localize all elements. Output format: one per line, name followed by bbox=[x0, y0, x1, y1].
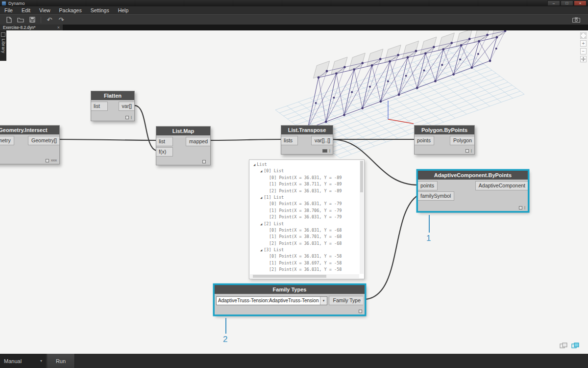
input-port-familysymbol[interactable]: familySymbol bbox=[418, 191, 454, 201]
preview-checkbox[interactable] bbox=[202, 160, 206, 163]
preview-checkbox[interactable] bbox=[466, 149, 469, 153]
watch-preview-bubble[interactable]: ◢List◢[0] List[0] Point(X = 36.031, Y = … bbox=[249, 159, 365, 279]
redo-icon: ↷ bbox=[59, 17, 64, 23]
wire[interactable] bbox=[135, 105, 156, 151]
input-port-geometry[interactable]: geometry bbox=[0, 136, 14, 145]
expander-icon[interactable]: ◢ bbox=[260, 222, 262, 226]
output-port-var[interactable]: var[] bbox=[119, 102, 134, 111]
output-port-adaptivecomponent[interactable]: AdaptiveComponent bbox=[475, 181, 528, 190]
expander-icon[interactable]: ◢ bbox=[260, 196, 262, 200]
node-title[interactable]: List.Transpose bbox=[281, 126, 333, 134]
preview-checkbox[interactable] bbox=[519, 206, 522, 210]
wire[interactable] bbox=[60, 139, 156, 140]
annotation-1-leader bbox=[429, 215, 430, 233]
family-type-dropdown[interactable]: AdaptiveTruss-Tension:AdaptiveTruss-Tens… bbox=[216, 296, 327, 305]
open-file-button[interactable] bbox=[15, 16, 26, 24]
menu-file[interactable]: File bbox=[0, 6, 17, 14]
menu-edit[interactable]: Edit bbox=[17, 6, 35, 14]
workspace-canvas[interactable]: ◢List◢[0] List[0] Point(X = 36.031, Y = … bbox=[0, 0, 588, 368]
node-flatten[interactable]: Flatten list var[] | bbox=[91, 91, 135, 121]
preview-checkbox[interactable] bbox=[125, 116, 129, 119]
expander-icon[interactable]: ◢ bbox=[260, 248, 262, 252]
menu-help[interactable]: Help bbox=[114, 6, 133, 14]
canvas-nav-controls: + − bbox=[580, 32, 587, 62]
zoom-out-button[interactable]: − bbox=[580, 48, 587, 54]
watch-row: [1] Point(X = 38.711, Y = -89 bbox=[250, 181, 359, 187]
lacing-indicator[interactable]: xxx bbox=[51, 158, 57, 162]
input-port-points[interactable]: points bbox=[415, 136, 434, 145]
new-file-button[interactable] bbox=[3, 16, 15, 24]
menu-settings[interactable]: Settings bbox=[86, 6, 114, 14]
zoom-in-button[interactable]: + bbox=[580, 40, 587, 47]
lacing-indicator[interactable]: | bbox=[329, 149, 330, 153]
tab-close-icon[interactable]: × bbox=[57, 25, 60, 30]
run-mode-select[interactable]: Manual ▾ bbox=[0, 354, 47, 368]
node-title[interactable]: Geometry.Intersect bbox=[0, 126, 59, 134]
input-port-list[interactable]: list bbox=[91, 102, 108, 111]
library-tab[interactable]: Library bbox=[0, 30, 6, 61]
tab-bar: Exercise-8.2.dyn* × bbox=[0, 25, 588, 30]
output-port-family-type[interactable]: Family Type bbox=[329, 296, 363, 305]
menu-view[interactable]: View bbox=[35, 6, 55, 14]
watch-horizontal-scrollbar[interactable] bbox=[250, 274, 359, 278]
watch-row: [1] Point(X = 38.706, Y = -79 bbox=[250, 208, 359, 214]
watch-row: ◢[1] List bbox=[250, 194, 359, 201]
preview-checkbox[interactable] bbox=[359, 310, 362, 313]
scrollbar-thumb[interactable] bbox=[360, 161, 363, 192]
node-adaptivecomponent-bypoints[interactable]: AdaptiveComponent.ByPoints points Adapti… bbox=[417, 170, 528, 211]
redo-button[interactable]: ↷ bbox=[55, 16, 67, 24]
toolbar: ↶ ↷ bbox=[0, 14, 588, 25]
input-port-list[interactable]: list bbox=[156, 137, 173, 146]
expander-icon[interactable]: ◢ bbox=[260, 169, 262, 173]
dynamo-window: ◢List◢[0] List[0] Point(X = 36.031, Y = … bbox=[0, 0, 588, 368]
output-port-var[interactable]: var[]..[] bbox=[311, 136, 333, 145]
output-port-polygon[interactable]: Polygon bbox=[450, 136, 474, 145]
node-polygon-bypoints[interactable]: Polygon.ByPoints points Polygon | bbox=[414, 125, 475, 155]
run-button[interactable]: Run bbox=[47, 354, 75, 368]
background-3d-preview-icon[interactable] bbox=[571, 342, 580, 351]
annotation-2-label: 2 bbox=[223, 335, 227, 344]
scrollbar-thumb[interactable] bbox=[253, 275, 326, 278]
geometry-preview-icon[interactable] bbox=[560, 342, 568, 351]
lacing-indicator[interactable]: | bbox=[471, 149, 472, 153]
output-port-mapped[interactable]: mapped bbox=[186, 137, 210, 146]
dropdown-arrow-icon[interactable]: ▾ bbox=[320, 297, 326, 305]
toolbar-separator bbox=[41, 17, 41, 23]
wire[interactable] bbox=[365, 195, 418, 299]
wire[interactable] bbox=[211, 139, 281, 140]
lacing-indicator[interactable]: | bbox=[524, 206, 525, 210]
save-button[interactable] bbox=[26, 16, 38, 24]
tab-exercise[interactable]: Exercise-8.2.dyn* × bbox=[0, 25, 63, 30]
expander-icon[interactable]: ◢ bbox=[253, 163, 255, 167]
node-title[interactable]: Flatten bbox=[91, 91, 134, 100]
lacing-indicator[interactable]: | bbox=[131, 115, 132, 119]
node-list-map[interactable]: List.Map list mapped f(x) bbox=[156, 126, 211, 165]
node-title[interactable]: Polygon.ByPoints bbox=[415, 126, 474, 134]
input-port-lists[interactable]: lists bbox=[281, 136, 298, 145]
watch-row: ◢List bbox=[250, 161, 359, 168]
node-title[interactable]: Family Types bbox=[215, 285, 365, 294]
node-geometry-intersect[interactable]: Geometry.Intersect geometry Geometry[] x… bbox=[0, 125, 60, 164]
undo-button[interactable]: ↶ bbox=[44, 16, 55, 24]
node-family-types[interactable]: Family Types AdaptiveTruss-Tension:Adapt… bbox=[214, 285, 365, 315]
pan-button[interactable] bbox=[580, 56, 587, 62]
node-title[interactable]: List.Map bbox=[156, 127, 210, 135]
maximize-button[interactable]: □ bbox=[561, 0, 573, 6]
input-port-points[interactable]: points bbox=[418, 181, 438, 190]
node-title[interactable]: AdaptiveComponent.ByPoints bbox=[418, 171, 528, 180]
close-button[interactable]: × bbox=[574, 0, 587, 6]
input-port-fx[interactable]: f(x) bbox=[156, 147, 173, 157]
watch-vertical-scrollbar[interactable] bbox=[360, 160, 364, 274]
minimize-button[interactable]: – bbox=[547, 0, 560, 6]
fit-view-button[interactable] bbox=[580, 32, 587, 39]
watch-row: [0] Point(X = 36.031, Y = -89 bbox=[250, 175, 359, 181]
node-list-transpose[interactable]: List.Transpose lists var[]..[] | bbox=[281, 125, 333, 155]
output-port-geometry-list[interactable]: Geometry[] bbox=[28, 136, 59, 145]
watch-row: ◢[3] List bbox=[250, 247, 359, 253]
watch-row: [1] Point(X = 38.697, Y = -58 bbox=[250, 260, 359, 266]
preview-checkbox[interactable] bbox=[322, 149, 327, 153]
preview-checkbox[interactable] bbox=[46, 159, 49, 162]
watch-rows: ◢List◢[0] List[0] Point(X = 36.031, Y = … bbox=[250, 161, 359, 273]
menu-packages[interactable]: Packages bbox=[55, 6, 86, 14]
export-image-button[interactable] bbox=[570, 16, 582, 24]
